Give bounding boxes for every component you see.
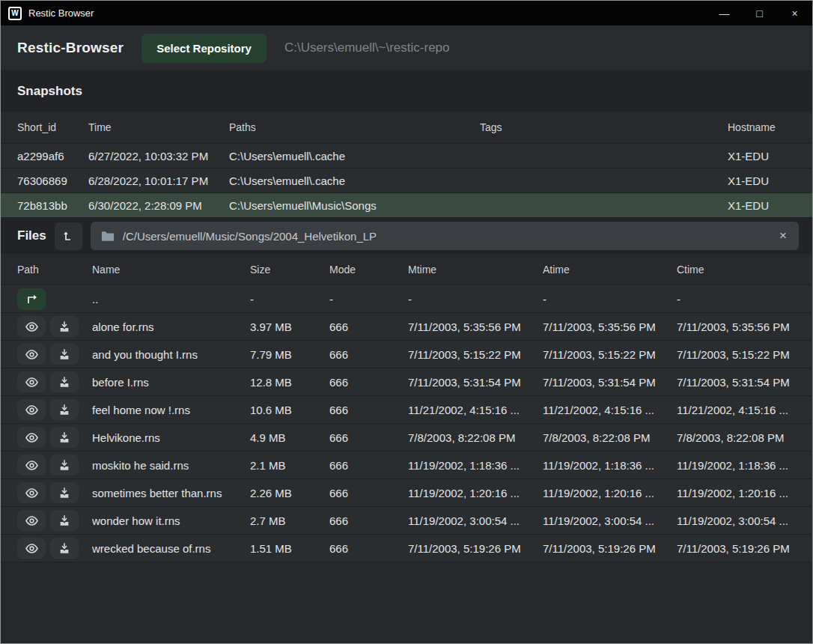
file-row: wonder how it.rns 2.7 MB 666 11/19/2002,… [1, 506, 812, 534]
column-header-name: Name [92, 264, 250, 276]
preview-file-button[interactable] [17, 371, 46, 392]
snapshot-row[interactable]: a2299af6 6/27/2022, 10:03:32 PM C:\Users… [1, 143, 812, 168]
file-name: wrecked because of.rns [92, 542, 250, 555]
download-icon [58, 459, 70, 471]
column-header-hostname: Hostname [728, 121, 796, 133]
snapshot-time: 6/30/2022, 2:28:09 PM [88, 199, 229, 212]
folder-icon [101, 231, 115, 242]
file-name: Helvikone.rns [92, 431, 250, 444]
file-row: before I.rns 12.8 MB 666 7/11/2003, 5:31… [1, 368, 812, 395]
app-title: Restic-Browser [17, 40, 124, 56]
file-mode: 666 [329, 459, 408, 472]
maximize-button[interactable]: □ [742, 1, 777, 25]
eye-icon [25, 487, 39, 499]
file-atime: 11/19/2002, 1:18:36 ... [543, 459, 677, 472]
window-title: Restic Browser [28, 7, 94, 19]
eye-icon [25, 460, 39, 471]
file-ctime: 7/11/2003, 5:31:54 PM [677, 376, 796, 389]
download-file-button[interactable] [50, 399, 79, 420]
file-mtime: 7/11/2003, 5:35:56 PM [408, 321, 543, 333]
download-icon [58, 321, 70, 332]
preview-file-button[interactable] [17, 427, 46, 448]
file-mtime: 11/19/2002, 1:20:16 ... [408, 487, 543, 499]
column-header-path: Path [17, 264, 92, 276]
window-controls: — □ × [707, 1, 812, 25]
file-row: moskito he said.rns 2.1 MB 666 11/19/200… [1, 451, 812, 479]
file-name: feel home now !.rns [92, 404, 250, 416]
download-icon [58, 376, 70, 388]
close-button[interactable]: × [777, 1, 812, 25]
files-section-header: Files /C/Users/emuell/Music/Songs/2004_H… [1, 218, 812, 254]
file-mode: 666 [329, 404, 408, 416]
minimize-button[interactable]: — [707, 1, 742, 25]
download-file-button[interactable] [50, 510, 79, 531]
files-table-header: Path Name Size Mode Mtime Atime Ctime [1, 254, 812, 285]
empty-area [1, 562, 812, 643]
file-atime: 7/11/2003, 5:15:22 PM [543, 348, 677, 361]
titlebar: W Restic Browser — □ × [1, 1, 812, 25]
file-name: and you thought I.rns [92, 348, 250, 361]
download-file-button[interactable] [50, 455, 79, 476]
file-atime: 7/11/2003, 5:35:56 PM [543, 321, 677, 333]
eye-icon [25, 349, 39, 360]
file-mode: 666 [329, 487, 408, 499]
download-file-button[interactable] [50, 344, 79, 365]
file-name: sometimes better than.rns [92, 487, 250, 499]
file-mtime: 7/11/2003, 5:19:26 PM [408, 542, 543, 555]
eye-icon [25, 404, 39, 416]
preview-file-button[interactable] [17, 510, 46, 531]
parent-directory-button[interactable] [55, 222, 82, 250]
file-mtime: 7/11/2003, 5:31:54 PM [408, 376, 543, 389]
preview-file-button[interactable] [17, 399, 46, 420]
download-file-button[interactable] [50, 427, 79, 448]
column-header-short-id: Short_id [17, 121, 88, 133]
column-header-time: Time [88, 121, 229, 133]
download-file-button[interactable] [50, 538, 79, 559]
eye-icon [25, 377, 39, 388]
snapshot-row[interactable]: 76306869 6/28/2022, 10:01:17 PM C:\Users… [1, 168, 812, 192]
go-parent-button[interactable] [17, 288, 46, 310]
file-size: 4.9 MB [250, 431, 329, 444]
snapshot-time: 6/27/2022, 10:03:32 PM [88, 150, 229, 162]
preview-file-button[interactable] [17, 482, 46, 503]
column-header-mode: Mode [329, 264, 408, 276]
file-name: wonder how it.rns [92, 514, 250, 527]
file-mtime: 11/19/2002, 1:18:36 ... [408, 459, 543, 472]
file-row: wrecked because of.rns 1.51 MB 666 7/11/… [1, 534, 812, 562]
download-file-button[interactable] [50, 371, 79, 392]
snapshot-hostname: X1-EDU [728, 174, 796, 187]
file-name: moskito he said.rns [92, 459, 250, 472]
file-size: 10.6 MB [250, 404, 329, 416]
preview-file-button[interactable] [17, 316, 46, 337]
download-file-button[interactable] [50, 316, 79, 337]
select-repository-button[interactable]: Select Repository [141, 34, 267, 63]
file-size: 12.8 MB [250, 376, 329, 389]
file-ctime: 11/19/2002, 1:18:36 ... [677, 459, 796, 472]
file-size: 7.79 MB [250, 348, 329, 361]
file-mode: 666 [329, 514, 408, 527]
eye-icon [25, 543, 39, 554]
snapshots-title: Snapshots [17, 84, 82, 99]
preview-file-button[interactable] [17, 455, 46, 476]
file-mode: 666 [329, 431, 408, 444]
current-path-field[interactable]: /C/Users/emuell/Music/Songs/2004_Helveti… [91, 222, 799, 250]
preview-file-button[interactable] [17, 538, 46, 559]
file-row: alone for.rns 3.97 MB 666 7/11/2003, 5:3… [1, 312, 812, 340]
download-file-button[interactable] [50, 482, 79, 503]
snapshot-row-selected[interactable]: 72b813bb 6/30/2022, 2:28:09 PM C:\Users\… [1, 192, 812, 217]
file-mtime: 11/19/2002, 3:00:54 ... [408, 514, 543, 527]
eye-icon [25, 432, 39, 443]
eye-icon [25, 515, 39, 526]
snapshot-short-id: a2299af6 [17, 150, 88, 162]
clear-path-button[interactable]: × [778, 228, 788, 243]
column-header-tags: Tags [480, 121, 728, 133]
file-size: 2.26 MB [250, 487, 329, 499]
eye-icon [25, 321, 39, 332]
file-ctime: - [677, 293, 796, 306]
file-name: before I.rns [92, 376, 250, 389]
preview-file-button[interactable] [17, 344, 46, 365]
file-row: sometimes better than.rns 2.26 MB 666 11… [1, 479, 812, 506]
column-header-mtime: Mtime [408, 264, 543, 276]
file-mode: 666 [329, 376, 408, 389]
file-mode: 666 [329, 542, 408, 555]
